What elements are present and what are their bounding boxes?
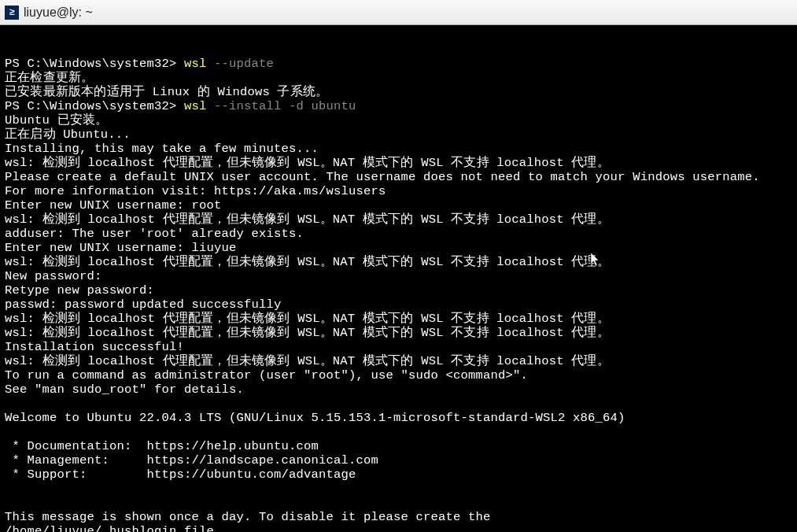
terminal-line: Welcome to Ubuntu 22.04.3 LTS (GNU/Linux… xyxy=(5,411,792,425)
terminal-text: wsl: 检测到 localhost 代理配置，但未镜像到 WSL。NAT 模式… xyxy=(5,255,610,269)
terminal-line: 正在检查更新。 xyxy=(5,71,792,85)
terminal-text xyxy=(5,496,13,510)
terminal-line: Please create a default UNIX user accoun… xyxy=(5,170,792,184)
terminal-text: wsl: 检测到 localhost 代理配置，但未镜像到 WSL。NAT 模式… xyxy=(5,212,610,227)
powershell-icon: ≥ xyxy=(5,6,19,20)
terminal-line xyxy=(5,482,792,496)
terminal-line: PS C:\Windows\system32> wsl --update xyxy=(5,57,792,71)
terminal-line: Installing, this may take a few minutes.… xyxy=(5,142,792,156)
terminal-text: /home/liuyue/.hushlogin file. xyxy=(5,524,222,532)
terminal-text: Welcome to Ubuntu 22.04.3 LTS (GNU/Linux… xyxy=(5,411,625,425)
terminal-line xyxy=(5,496,792,510)
terminal-line: 正在启动 Ubuntu... xyxy=(5,127,792,142)
terminal-text: Installing, this may take a few minutes.… xyxy=(5,142,319,156)
terminal-line: To run a command as administrator (user … xyxy=(5,368,792,382)
terminal-text: wsl: 检测到 localhost 代理配置，但未镜像到 WSL。NAT 模式… xyxy=(5,326,610,340)
window-titlebar: ≥ liuyue@ly: ~ xyxy=(0,0,797,25)
terminal-text: Installation successful! xyxy=(5,340,184,354)
terminal-line: wsl: 检测到 localhost 代理配置，但未镜像到 WSL。NAT 模式… xyxy=(5,326,792,340)
window-title: liuyue@ly: ~ xyxy=(24,6,93,20)
terminal-text: See "man sudo_root" for details. xyxy=(5,382,244,397)
icon-glyph: ≥ xyxy=(9,7,14,18)
terminal-line: Retype new password: xyxy=(5,283,792,297)
terminal-line: PS C:\Windows\system32> wsl --install -d… xyxy=(5,99,792,113)
terminal-text: Please create a default UNIX user accoun… xyxy=(5,170,760,184)
terminal-text xyxy=(5,425,13,439)
terminal-line: wsl: 检测到 localhost 代理配置，但未镜像到 WSL。NAT 模式… xyxy=(5,212,792,227)
terminal-text: This message is shown once a day. To dis… xyxy=(5,510,491,524)
terminal-line: Enter new UNIX username: root xyxy=(5,198,792,212)
terminal-line: * Management: https://landscape.canonica… xyxy=(5,453,792,467)
terminal-line: Installation successful! xyxy=(5,340,792,354)
terminal-line: Enter new UNIX username: liuyue xyxy=(5,241,792,255)
terminal-text: 已安装最新版本的适用于 Linux 的 Windows 子系统。 xyxy=(5,85,328,99)
terminal-line: This message is shown once a day. To dis… xyxy=(5,510,792,524)
terminal-line: wsl: 检测到 localhost 代理配置，但未镜像到 WSL。NAT 模式… xyxy=(5,312,792,326)
terminal-text: passwd: password updated successfully xyxy=(5,297,282,312)
terminal-text: Retype new password: xyxy=(5,283,154,297)
terminal-line: Ubuntu 已安装。 xyxy=(5,113,792,127)
terminal-text: --update xyxy=(214,57,274,71)
terminal-text: wsl xyxy=(184,99,214,113)
terminal-text: To run a command as administrator (user … xyxy=(5,368,528,382)
terminal-text: * Management: https://landscape.canonica… xyxy=(5,453,378,467)
terminal-text: * Documentation: https://help.ubuntu.com xyxy=(5,439,319,453)
terminal-line: wsl: 检测到 localhost 代理配置，但未镜像到 WSL。NAT 模式… xyxy=(5,354,792,368)
terminal-line: See "man sudo_root" for details. xyxy=(5,382,792,397)
terminal-line: passwd: password updated successfully xyxy=(5,297,792,312)
terminal-line: For more information visit: https://aka.… xyxy=(5,184,792,198)
terminal-text: Ubuntu 已安装。 xyxy=(5,113,108,127)
terminal-line: * Documentation: https://help.ubuntu.com xyxy=(5,439,792,453)
terminal-text: 正在启动 Ubuntu... xyxy=(5,127,131,142)
terminal-text: wsl: 检测到 localhost 代理配置，但未镜像到 WSL。NAT 模式… xyxy=(5,312,610,326)
terminal-text: --install -d ubuntu xyxy=(214,99,356,113)
terminal-line: New password: xyxy=(5,269,792,283)
terminal-text: wsl: 检测到 localhost 代理配置，但未镜像到 WSL。NAT 模式… xyxy=(5,156,610,170)
terminal-line xyxy=(5,425,792,439)
terminal-line xyxy=(5,397,792,411)
terminal-text: wsl: 检测到 localhost 代理配置，但未镜像到 WSL。NAT 模式… xyxy=(5,354,610,368)
terminal-line: 已安装最新版本的适用于 Linux 的 Windows 子系统。 xyxy=(5,85,792,99)
terminal-line: wsl: 检测到 localhost 代理配置，但未镜像到 WSL。NAT 模式… xyxy=(5,156,792,170)
terminal-line: wsl: 检测到 localhost 代理配置，但未镜像到 WSL。NAT 模式… xyxy=(5,255,792,269)
terminal-text: New password: xyxy=(5,269,102,283)
terminal-text xyxy=(5,397,13,411)
terminal-text: Enter new UNIX username: liuyue xyxy=(5,241,237,255)
terminal-line: * Support: https://ubuntu.com/advantage xyxy=(5,467,792,482)
terminal-text: PS C:\Windows\system32> xyxy=(5,57,184,71)
terminal-text: adduser: The user 'root' already exists. xyxy=(5,227,304,241)
terminal-text: Enter new UNIX username: root xyxy=(5,198,222,212)
terminal-text: PS C:\Windows\system32> xyxy=(5,99,184,113)
terminal-content[interactable]: PS C:\Windows\system32> wsl --update正在检查… xyxy=(0,25,797,532)
terminal-text: For more information visit: https://aka.… xyxy=(5,184,386,198)
terminal-line: adduser: The user 'root' already exists. xyxy=(5,227,792,241)
terminal-text: * Support: https://ubuntu.com/advantage xyxy=(5,467,356,482)
terminal-text: wsl xyxy=(184,57,214,71)
terminal-text xyxy=(5,482,13,496)
terminal-text: 正在检查更新。 xyxy=(5,71,94,85)
terminal-line: /home/liuyue/.hushlogin file. xyxy=(5,524,792,532)
